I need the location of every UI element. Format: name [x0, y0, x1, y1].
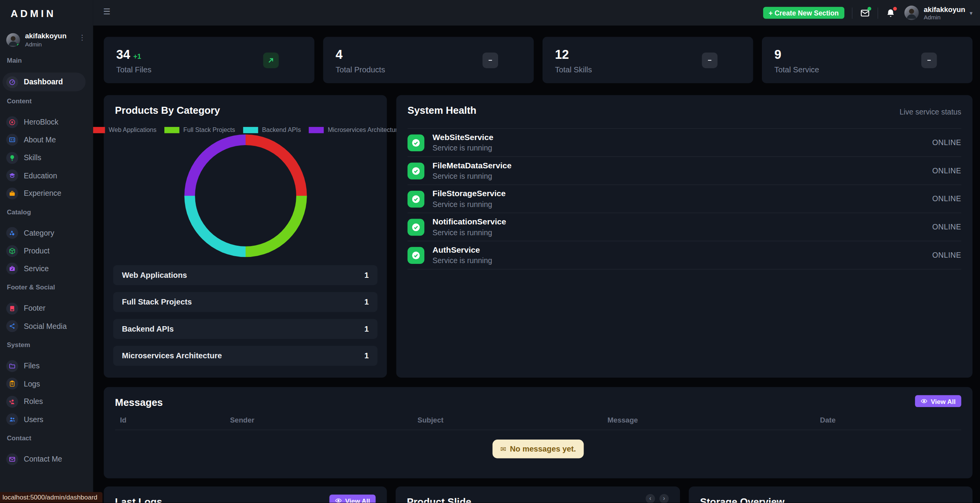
browser-status-bar: localhost:5000/admin/dashboard	[0, 492, 102, 503]
sidebar-item-label: HeroBlock	[24, 118, 58, 127]
sidebar-item-category[interactable]: Category	[0, 224, 93, 242]
sidebar-item-label: Contact Me	[24, 455, 62, 464]
service-description: Service is running	[432, 257, 492, 265]
sidebar-item-experience[interactable]: Experience	[0, 185, 93, 202]
category-label: Backend APIs	[122, 325, 174, 334]
sidebar-item-files[interactable]: Files	[0, 357, 93, 375]
service-name: WebSiteService	[432, 133, 493, 142]
sidebar-item-footer[interactable]: Footer	[0, 299, 93, 317]
stat-card-total-files: 34+1Total Files	[104, 37, 314, 83]
panel-title: Product Slide	[407, 496, 669, 503]
admin-dashboard: ADMIN akifakkoyun Admin ⋮ MainDashboardC…	[0, 0, 980, 503]
service-meta: FileStorageServiceService is running	[432, 189, 505, 209]
bell-badge	[893, 7, 897, 10]
eye-icon	[335, 497, 342, 503]
panel-title: Products By Category	[115, 105, 376, 116]
view-all-messages-button[interactable]: View All	[915, 395, 961, 407]
service-status: ONLINE	[932, 195, 961, 204]
column-header-date: Date	[820, 416, 961, 424]
next-slide-button[interactable]: ›	[659, 494, 669, 503]
category-label: Full Stack Projects	[122, 298, 192, 306]
sidebar-section-contact: ContactContact Me	[0, 434, 93, 468]
sidebar-section-system: SystemFilesLogsRolesUsers	[0, 341, 93, 428]
prev-slide-button[interactable]: ‹	[645, 494, 655, 503]
mail-badge	[867, 7, 871, 10]
create-new-section-button[interactable]: + Create New Section	[763, 7, 844, 19]
legend-item-microservices-architecture: Microservices Architecture	[309, 126, 401, 133]
stat-value-row: 4	[336, 48, 534, 62]
sidebar-nav: MainDashboardContentHeroBlockAbout MeSki…	[0, 56, 93, 468]
view-all-label: View All	[345, 497, 370, 503]
service-description: Service is running	[432, 200, 505, 209]
sidebar-item-users[interactable]: Users	[0, 411, 93, 428]
category-label: Microservices Architecture	[122, 351, 222, 360]
chevron-down-icon[interactable]: ▾	[970, 10, 972, 16]
topbar-user[interactable]: akifakkoyun Admin	[924, 5, 965, 21]
service-meta: NotificationServiceService is running	[432, 217, 506, 237]
check-circle-icon	[408, 219, 425, 236]
legend-label: Microservices Architecture	[328, 126, 401, 133]
sidebar-section-main: MainDashboard	[0, 56, 93, 91]
sidebar-item-roles[interactable]: Roles	[0, 393, 93, 411]
sidebar-item-service[interactable]: Service	[0, 260, 93, 277]
empty-text: No messages yet.	[510, 445, 576, 453]
legend-label: Backend APIs	[262, 126, 301, 133]
sidebar-item-label: Roles	[24, 397, 43, 406]
stat-value: 12	[555, 48, 569, 62]
legend-label: Web Applications	[109, 126, 157, 133]
sidebar-item-skills[interactable]: Skills	[0, 149, 93, 167]
sidebar-item-label: Education	[24, 171, 57, 180]
panel-title: Messages	[115, 397, 961, 408]
user-key-icon	[6, 396, 18, 408]
sidebar-item-label: Dashboard	[24, 77, 63, 86]
sidebar-item-education[interactable]: Education	[0, 167, 93, 185]
sidebar-item-label: Skills	[24, 153, 41, 162]
sidebar-item-label: Product	[24, 246, 50, 255]
panel-title: System Health	[408, 105, 476, 116]
stat-value: 34	[116, 48, 130, 62]
sidebar-item-heroblock[interactable]: HeroBlock	[0, 113, 93, 131]
user-name: akifakkoyun	[924, 5, 965, 13]
chart-legend: Web ApplicationsFull Stack ProjectsBacke…	[115, 126, 376, 133]
kebab-menu-icon[interactable]: ⋮	[79, 34, 86, 42]
mail-icon[interactable]	[860, 8, 870, 18]
legend-swatch	[165, 127, 180, 133]
dash-icon	[702, 53, 717, 68]
sidebar-item-about-me[interactable]: About Me	[0, 131, 93, 149]
sidebar-section-label: Main	[0, 56, 93, 64]
service-description: Service is running	[432, 144, 493, 153]
sidebar-item-label: Social Media	[24, 322, 67, 331]
sidebar-item-dashboard[interactable]: Dashboard	[2, 72, 85, 91]
service-meta: AuthServiceService is running	[432, 245, 492, 265]
stat-value-row: 34+1	[116, 48, 314, 62]
category-count: 1	[364, 351, 369, 360]
view-all-label: View All	[931, 397, 956, 405]
topbar: ☰ + Create New Section akifakkoyun Admin…	[93, 0, 980, 26]
view-all-logs-button[interactable]: View All	[330, 494, 376, 503]
sidebar-item-contact-me[interactable]: Contact Me	[0, 450, 93, 468]
sidebar-item-logs[interactable]: Logs	[0, 375, 93, 393]
products-by-category-panel: Products By Category Web ApplicationsFul…	[104, 95, 387, 378]
sidebar-item-social-media[interactable]: Social Media	[0, 317, 93, 335]
sidebar-section-label: System	[0, 341, 93, 349]
sidebar-section-footer-social: Footer & SocialFooterSocial Media	[0, 283, 93, 335]
category-count: 1	[364, 298, 369, 306]
avatar[interactable]	[6, 33, 20, 47]
user-name: akifakkoyun	[25, 32, 67, 39]
stat-label: Total Service	[774, 66, 972, 75]
divider	[878, 7, 878, 19]
briefcase-check-icon	[6, 263, 18, 275]
briefcase-icon	[6, 187, 18, 199]
bell-icon[interactable]	[886, 8, 896, 18]
product-slide-panel: Product Slide ‹ ›	[396, 486, 680, 503]
legend-label: Full Stack Projects	[183, 126, 235, 133]
category-label: Web Applications	[122, 271, 187, 280]
sidebar-item-product[interactable]: Product	[0, 242, 93, 260]
service-row-filemetadataservice: FileMetaDataServiceService is runningONL…	[408, 157, 961, 185]
sidebar-section-label: Content	[0, 97, 93, 105]
person-silhouette-icon	[904, 6, 919, 20]
mail-icon: ✉	[500, 445, 506, 453]
avatar[interactable]	[904, 6, 919, 20]
sidebar-item-label: Footer	[24, 304, 45, 313]
hamburger-icon[interactable]: ☰	[103, 7, 111, 16]
